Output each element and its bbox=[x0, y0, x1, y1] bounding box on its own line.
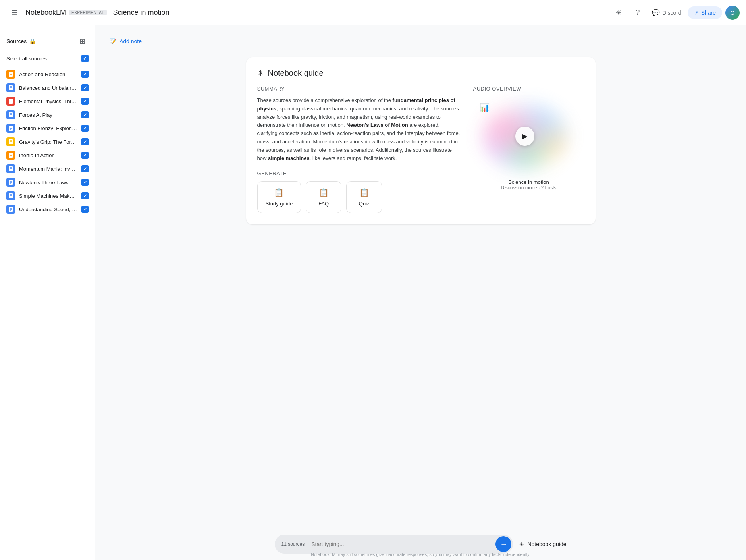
source-checkbox[interactable] bbox=[81, 111, 89, 118]
header-actions: ☀ ? 💬 Discord ↗ Share G bbox=[611, 5, 740, 21]
menu-button[interactable]: ☰ bbox=[6, 5, 22, 21]
select-all-row[interactable]: Select all sources bbox=[0, 52, 95, 64]
share-label: Share bbox=[701, 10, 716, 16]
experimental-badge: EXPERIMENTAL bbox=[69, 10, 107, 15]
source-checkbox[interactable] bbox=[81, 71, 89, 78]
summary-label: Summary bbox=[257, 86, 461, 92]
source-checkbox[interactable] bbox=[81, 206, 89, 213]
main-content: 📝 Add note ✳ Notebook guide Summary Thes… bbox=[95, 25, 746, 560]
audio-info: Science in motion Discussion mode · 2 ho… bbox=[473, 179, 584, 191]
study-guide-button[interactable]: 📋 Study guide bbox=[257, 181, 301, 213]
study-guide-icon: 📋 bbox=[274, 188, 284, 197]
header: ☰ NotebookLM EXPERIMENTAL Science in mot… bbox=[0, 0, 746, 25]
source-item[interactable]: Understanding Speed, Vel... bbox=[0, 203, 95, 216]
sidebar: Sources 🔒 ⊞ Select all sources Action an… bbox=[0, 25, 95, 560]
share-icon: ↗ bbox=[694, 10, 699, 16]
notebook-guide-footer-button[interactable]: ✳ Notebook guide bbox=[519, 541, 566, 547]
theme-toggle-button[interactable]: ☀ bbox=[611, 5, 626, 21]
header-left: ☰ NotebookLM EXPERIMENTAL bbox=[6, 5, 107, 21]
help-button[interactable]: ? bbox=[630, 5, 646, 21]
select-all-checkbox[interactable] bbox=[81, 55, 89, 62]
sources-badge: 11 sources bbox=[281, 541, 308, 547]
disclaimer: NotebookLM may still sometimes give inac… bbox=[95, 552, 746, 560]
source-icon bbox=[6, 205, 15, 214]
audio-wave-icon: 📊 bbox=[480, 103, 490, 112]
summary-text: These sources provide a comprehensive ex… bbox=[257, 97, 461, 162]
source-checkbox[interactable] bbox=[81, 179, 89, 186]
source-checkbox[interactable] bbox=[81, 84, 89, 91]
notebook-title: Science in motion bbox=[107, 8, 611, 17]
svg-rect-7 bbox=[9, 99, 13, 104]
add-icon: ⊞ bbox=[79, 37, 85, 46]
source-item[interactable]: Newton's Three Laws bbox=[0, 176, 95, 189]
source-checkbox[interactable] bbox=[81, 98, 89, 105]
source-item[interactable]: Gravity's Grip: The Force ... bbox=[0, 135, 95, 149]
source-item[interactable]: Balanced and Unbalance... bbox=[0, 81, 95, 95]
source-item[interactable]: Elemental Physics, Third E... bbox=[0, 95, 95, 108]
select-all-label: Select all sources bbox=[6, 56, 47, 62]
card-body: Summary These sources provide a comprehe… bbox=[257, 86, 584, 213]
sidebar-header: Sources 🔒 ⊞ bbox=[0, 32, 95, 51]
card-title: Notebook guide bbox=[268, 69, 324, 78]
quiz-button[interactable]: 📋 Quiz bbox=[346, 181, 382, 213]
discord-button[interactable]: 💬 Discord bbox=[649, 6, 684, 19]
source-icon bbox=[6, 191, 15, 200]
source-checkbox[interactable] bbox=[81, 138, 89, 145]
source-name: Gravity's Grip: The Force ... bbox=[19, 139, 77, 145]
quiz-label: Quiz bbox=[359, 201, 370, 207]
source-item[interactable]: Action and Reaction bbox=[0, 68, 95, 81]
avatar[interactable]: G bbox=[725, 6, 740, 20]
source-checkbox[interactable] bbox=[81, 152, 89, 159]
source-name: Momentum Mania: Investi... bbox=[19, 166, 77, 172]
notebook-guide-footer-label: Notebook guide bbox=[527, 541, 566, 547]
audio-notebook-name: Science in motion bbox=[473, 179, 584, 185]
sparkle-icon: ✳ bbox=[257, 68, 264, 78]
source-item[interactable]: Forces At Play bbox=[0, 108, 95, 122]
source-name: Newton's Three Laws bbox=[19, 180, 77, 185]
source-icon bbox=[6, 110, 15, 119]
send-icon: → bbox=[500, 540, 507, 548]
faq-label: FAQ bbox=[318, 201, 329, 207]
audio-mode: Discussion mode · 2 hosts bbox=[473, 185, 584, 191]
source-name: Understanding Speed, Vel... bbox=[19, 207, 77, 212]
source-item[interactable]: Simple Machines Make W... bbox=[0, 189, 95, 203]
generate-options: 📋 Study guide 📋 FAQ 📋 Quiz bbox=[257, 181, 461, 213]
sources-label: Sources bbox=[6, 38, 27, 44]
chat-input-container: 11 sources → bbox=[275, 535, 513, 554]
study-guide-label: Study guide bbox=[266, 201, 293, 207]
source-name: Inertia In Action bbox=[19, 153, 77, 158]
source-icon bbox=[6, 178, 15, 187]
send-button[interactable]: → bbox=[495, 536, 511, 552]
source-checkbox[interactable] bbox=[81, 192, 89, 199]
notebook-guide-card: ✳ Notebook guide Summary These sources p… bbox=[246, 57, 596, 224]
chat-input[interactable] bbox=[311, 541, 495, 547]
source-name: Balanced and Unbalance... bbox=[19, 85, 77, 91]
source-item[interactable]: Momentum Mania: Investi... bbox=[0, 162, 95, 176]
share-button[interactable]: ↗ Share bbox=[688, 6, 722, 19]
discord-label: Discord bbox=[662, 10, 681, 16]
audio-play-button[interactable]: ▶ bbox=[515, 127, 534, 146]
audio-label: Audio overview bbox=[473, 86, 584, 92]
source-icon bbox=[6, 151, 15, 160]
add-note-button[interactable]: 📝 Add note bbox=[105, 35, 147, 48]
app-name: NotebookLM bbox=[25, 8, 66, 17]
main-layout: Sources 🔒 ⊞ Select all sources Action an… bbox=[0, 25, 746, 560]
source-name: Friction Frenzy: Exploring ... bbox=[19, 126, 77, 131]
source-checkbox[interactable] bbox=[81, 165, 89, 172]
source-icon bbox=[6, 124, 15, 133]
generate-section: Generate 📋 Study guide 📋 FAQ � bbox=[257, 170, 461, 213]
source-name: Forces At Play bbox=[19, 112, 77, 118]
source-checkbox[interactable] bbox=[81, 125, 89, 132]
left-section: Summary These sources provide a comprehe… bbox=[257, 86, 461, 213]
source-name: Elemental Physics, Third E... bbox=[19, 98, 77, 104]
card-title-row: ✳ Notebook guide bbox=[257, 68, 584, 78]
discord-icon: 💬 bbox=[652, 9, 660, 16]
add-source-button[interactable]: ⊞ bbox=[76, 35, 89, 48]
faq-icon: 📋 bbox=[319, 188, 329, 197]
sources-list: Action and ReactionBalanced and Unbalanc… bbox=[0, 68, 95, 216]
source-name: Action and Reaction bbox=[19, 71, 77, 77]
faq-button[interactable]: 📋 FAQ bbox=[306, 181, 341, 213]
source-item[interactable]: Inertia In Action bbox=[0, 149, 95, 162]
source-item[interactable]: Friction Frenzy: Exploring ... bbox=[0, 122, 95, 135]
sparkle-icon-footer: ✳ bbox=[519, 541, 524, 547]
